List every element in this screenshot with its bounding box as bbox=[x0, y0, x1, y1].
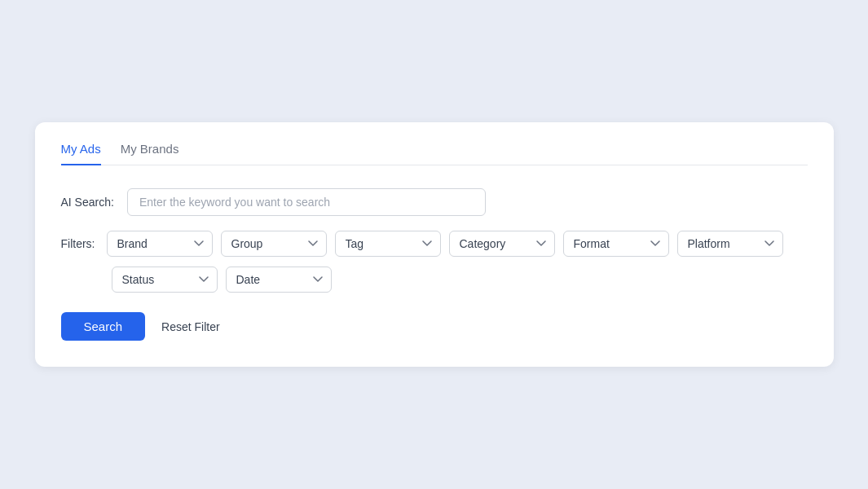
filter-date[interactable]: Date bbox=[226, 267, 332, 293]
tab-bar: My Ads My Brands bbox=[61, 142, 808, 165]
filters-label: Filters: bbox=[61, 237, 95, 250]
tab-my-ads[interactable]: My Ads bbox=[61, 142, 101, 165]
page-background: My Ads My Brands AI Search: Filters: Bra… bbox=[0, 0, 868, 489]
tab-my-brands[interactable]: My Brands bbox=[121, 142, 179, 165]
main-card: My Ads My Brands AI Search: Filters: Bra… bbox=[35, 122, 834, 367]
filters-row-1: Filters: Brand Group Tag Category Format… bbox=[61, 231, 808, 257]
filter-group[interactable]: Group bbox=[221, 231, 327, 257]
filter-category[interactable]: Category bbox=[449, 231, 555, 257]
filter-brand[interactable]: Brand bbox=[107, 231, 213, 257]
filter-tag[interactable]: Tag bbox=[335, 231, 441, 257]
search-button[interactable]: Search bbox=[61, 312, 146, 341]
filter-platform[interactable]: Platform bbox=[677, 231, 783, 257]
filter-status[interactable]: Status bbox=[112, 267, 218, 293]
filters-row-2: Status Date bbox=[61, 267, 808, 293]
action-row: Search Reset Filter bbox=[61, 312, 808, 341]
ai-search-label: AI Search: bbox=[61, 196, 114, 209]
ai-search-input[interactable] bbox=[127, 188, 486, 216]
filter-format[interactable]: Format bbox=[563, 231, 669, 257]
ai-search-row: AI Search: bbox=[61, 188, 808, 216]
reset-filter-button[interactable]: Reset Filter bbox=[158, 314, 223, 340]
